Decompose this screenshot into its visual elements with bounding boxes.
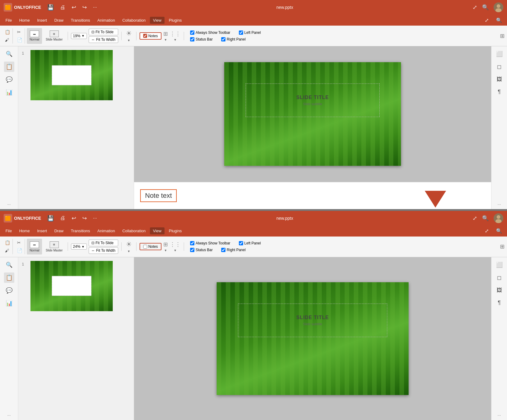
grid-icon-bottom[interactable]: ⊞ bbox=[163, 241, 168, 248]
search-icon-bottom[interactable]: 🔍 bbox=[482, 215, 489, 222]
undo-icon[interactable]: ↩ bbox=[72, 4, 76, 11]
normal-view-btn-top[interactable]: ▬ Normal bbox=[27, 28, 42, 44]
sidebar-search-bottom[interactable]: 🔍 bbox=[4, 260, 14, 270]
copy-icon-top[interactable]: 📋 bbox=[4, 28, 11, 36]
menu-transitions-top[interactable]: Transitions bbox=[68, 17, 93, 24]
menu-plugins-bottom[interactable]: Plugins bbox=[166, 227, 185, 234]
snap-icon-bottom[interactable]: ⋮⋮ bbox=[170, 241, 181, 248]
note-text-display-top[interactable]: Note text bbox=[140, 189, 177, 202]
notes-btn-top[interactable]: Notes bbox=[140, 32, 161, 40]
always-show-toolbar-check-bottom[interactable]: Always Show Toolbar bbox=[188, 240, 232, 246]
menu-animation-bottom[interactable]: Animation bbox=[94, 227, 118, 234]
left-panel-check-top[interactable]: Left Panel bbox=[237, 30, 263, 35]
menu-plugins-top[interactable]: Plugins bbox=[166, 17, 185, 24]
menu-collaboration-top[interactable]: Collaboration bbox=[119, 17, 149, 24]
menu-transitions-bottom[interactable]: Transitions bbox=[68, 227, 93, 234]
right-shape-icon-top[interactable]: ◻ bbox=[495, 62, 503, 72]
right-layout-icon-bottom[interactable]: ⬜ bbox=[494, 260, 505, 270]
sidebar-more-top[interactable]: ··· bbox=[7, 202, 11, 207]
undo-icon-bottom[interactable]: ↩ bbox=[72, 215, 76, 222]
sidebar-objects-bottom[interactable]: 📊 bbox=[4, 298, 14, 308]
sidebar-comments-bottom[interactable]: 💬 bbox=[4, 285, 14, 296]
right-para-icon-bottom[interactable]: ¶ bbox=[496, 298, 503, 308]
right-layout-icon-top[interactable]: ⬜ bbox=[494, 49, 505, 59]
left-panel-check-bottom[interactable]: Left Panel bbox=[237, 240, 263, 246]
redo-icon-bottom[interactable]: ↪ bbox=[82, 215, 87, 222]
status-bar-check-bottom[interactable]: Status Bar bbox=[188, 247, 214, 253]
slide-thumbnail-1-top[interactable] bbox=[30, 50, 113, 100]
fullscreen-icon-top[interactable]: ⤢ bbox=[482, 16, 491, 24]
user-avatar-top[interactable] bbox=[494, 2, 503, 12]
snap-icon-top[interactable]: ⋮⋮ bbox=[170, 30, 181, 37]
slide-master-btn-top[interactable]: ⊞ Slide Master bbox=[44, 28, 65, 44]
more-actions-icon-bottom[interactable]: ··· bbox=[93, 215, 97, 221]
slide-master-btn-bottom[interactable]: ⊞ Slide Master bbox=[44, 239, 65, 254]
slide-thumbnail-1-bottom[interactable] bbox=[30, 261, 113, 311]
display-theme-icon-bottom[interactable]: ☀ bbox=[126, 240, 132, 248]
share-icon-bottom[interactable]: ⤢ bbox=[473, 215, 477, 222]
share-icon[interactable]: ⤢ bbox=[473, 4, 477, 11]
right-more-top[interactable]: ··· bbox=[498, 202, 501, 207]
cut-icon-top[interactable]: ✂ bbox=[16, 28, 23, 36]
menu-view-top[interactable]: View bbox=[150, 17, 165, 24]
slide-canvas-top[interactable]: SLIDE TITLE Slide subtitle bbox=[224, 62, 401, 166]
always-show-toolbar-check-top[interactable]: Always Show Toolbar bbox=[188, 30, 232, 35]
panel-layout-icon-bottom[interactable]: ⊞ bbox=[500, 243, 505, 250]
display-theme-icon-top[interactable]: ☀ bbox=[126, 30, 132, 37]
menu-insert-top[interactable]: Insert bbox=[34, 17, 50, 24]
sidebar-more-bottom[interactable]: ··· bbox=[7, 413, 11, 418]
print-icon-bottom[interactable]: 🖨 bbox=[60, 215, 66, 221]
panel-layout-icon-top[interactable]: ⊞ bbox=[500, 33, 505, 39]
zoom-control-bottom[interactable]: 24% ▼ bbox=[71, 244, 87, 250]
normal-view-btn-bottom[interactable]: ▬ Normal bbox=[27, 239, 42, 254]
notes-checkbox-top[interactable] bbox=[143, 34, 147, 38]
fit-to-slide-btn-bottom[interactable]: ⊡Fit To Slide bbox=[89, 240, 118, 246]
grid-icon-top[interactable]: ⊞ bbox=[163, 30, 168, 37]
sidebar-slides-top[interactable]: 📋 bbox=[4, 62, 14, 72]
save-icon[interactable]: 💾 bbox=[47, 4, 54, 11]
menu-insert-bottom[interactable]: Insert bbox=[34, 227, 50, 234]
menu-draw-bottom[interactable]: Draw bbox=[51, 227, 66, 234]
menu-home-bottom[interactable]: Home bbox=[16, 227, 33, 234]
user-avatar-bottom[interactable] bbox=[494, 213, 503, 223]
notes-checkbox-bottom[interactable] bbox=[143, 245, 147, 249]
zoom-control-top[interactable]: 19% ▼ bbox=[71, 33, 87, 39]
redo-icon[interactable]: ↪ bbox=[82, 4, 87, 11]
right-image-icon-bottom[interactable]: 🖼 bbox=[495, 285, 504, 295]
paste-icon-bottom[interactable]: 📄 bbox=[16, 247, 23, 254]
menu-animation-top[interactable]: Animation bbox=[94, 17, 118, 24]
slide-canvas-bottom[interactable]: SLIDE TITLE Slide subtitle bbox=[217, 282, 409, 395]
sidebar-search-top[interactable]: 🔍 bbox=[4, 49, 14, 59]
save-icon-bottom[interactable]: 💾 bbox=[47, 215, 54, 222]
right-image-icon-top[interactable]: 🖼 bbox=[495, 74, 504, 84]
notes-btn-bottom[interactable]: Notes bbox=[140, 243, 161, 250]
copy-icon-bottom[interactable]: 📋 bbox=[4, 239, 11, 246]
right-para-icon-top[interactable]: ¶ bbox=[496, 87, 503, 97]
menu-collaboration-bottom[interactable]: Collaboration bbox=[119, 227, 149, 234]
more-actions-icon[interactable]: ··· bbox=[93, 5, 97, 10]
menu-home-top[interactable]: Home bbox=[16, 17, 33, 24]
search-menu-icon-top[interactable]: 🔍 bbox=[494, 16, 505, 24]
menu-draw-top[interactable]: Draw bbox=[51, 17, 66, 24]
menu-file-bottom[interactable]: File bbox=[2, 227, 15, 234]
search-menu-icon-bottom[interactable]: 🔍 bbox=[494, 227, 505, 235]
format-painter-icon-bottom[interactable]: 🖌 bbox=[4, 247, 11, 254]
format-painter-icon-top[interactable]: 🖌 bbox=[4, 36, 11, 44]
fit-to-width-btn-bottom[interactable]: ↔Fit To Width bbox=[89, 247, 118, 254]
menu-file-top[interactable]: File bbox=[2, 17, 15, 24]
paste-icon-top[interactable]: 📄 bbox=[16, 36, 23, 44]
search-icon[interactable]: 🔍 bbox=[482, 4, 489, 11]
right-shape-icon-bottom[interactable]: ◻ bbox=[495, 272, 503, 283]
right-more-bottom[interactable]: ··· bbox=[498, 413, 501, 418]
fit-to-width-btn-top[interactable]: ↔Fit To Width bbox=[89, 36, 118, 43]
cut-icon-bottom[interactable]: ✂ bbox=[16, 239, 23, 246]
right-panel-check-bottom[interactable]: Right Panel bbox=[219, 247, 247, 253]
right-panel-check-top[interactable]: Right Panel bbox=[219, 37, 247, 42]
print-icon[interactable]: 🖨 bbox=[60, 4, 66, 11]
menu-view-bottom[interactable]: View bbox=[150, 227, 165, 234]
sidebar-objects-top[interactable]: 📊 bbox=[4, 87, 14, 98]
sidebar-slides-bottom[interactable]: 📋 bbox=[4, 272, 14, 283]
fullscreen-icon-bottom[interactable]: ⤢ bbox=[482, 227, 491, 235]
sidebar-comments-top[interactable]: 💬 bbox=[4, 74, 14, 85]
status-bar-check-top[interactable]: Status Bar bbox=[188, 37, 214, 42]
